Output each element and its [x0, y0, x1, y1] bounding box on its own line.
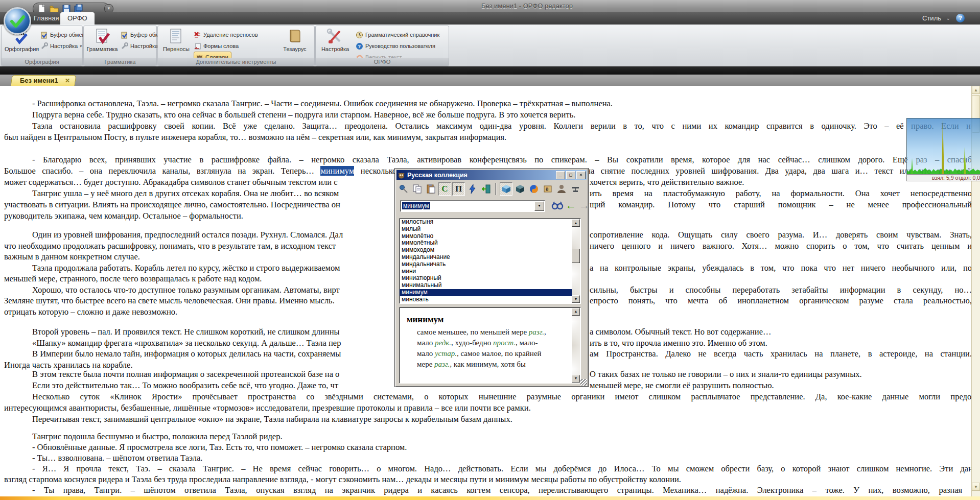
line-right-fragment: а на контрольные экраны, убеждалась в то…	[590, 263, 971, 273]
scroll-down-icon[interactable]: ▼	[972, 483, 980, 491]
scroll-up-icon[interactable]: ▲	[572, 308, 580, 316]
scroll-up-icon[interactable]: ▲	[572, 219, 580, 227]
document-tab-label: Без имени1	[20, 76, 58, 86]
definition-headword: минимум	[407, 315, 571, 325]
help-icon: ?	[356, 42, 363, 50]
traffic-stats: взял: 5,9 отдал: 0,0	[906, 174, 980, 181]
document-tab[interactable]: Без имени1 ✕	[11, 75, 77, 86]
document-line: Подруга верна себе. Трудно сказать, кто …	[4, 110, 971, 121]
list-scrollbar[interactable]: ▲ ▼	[572, 219, 580, 303]
chevron-down-icon[interactable]: ⌄	[946, 15, 950, 21]
line-right-fragment: сильны, быстры и способны переработать з…	[590, 285, 971, 295]
binoculars-icon[interactable]	[551, 200, 564, 212]
list-item[interactable]: мимолётный	[400, 240, 572, 247]
list-item[interactable]: минимум	[400, 289, 572, 296]
scrollbar-thumb[interactable]	[572, 249, 580, 263]
tab-orfo[interactable]: ОРФО	[60, 12, 95, 25]
combo-dropdown-icon[interactable]: ▼	[534, 201, 544, 211]
list-item[interactable]: милостыня	[400, 219, 572, 226]
list-item[interactable]: миндальничание	[400, 254, 572, 261]
reference-icon	[356, 31, 363, 39]
grammar-settings-button[interactable]: Настройка	[121, 41, 158, 51]
wrench-icon	[40, 42, 48, 50]
grammar-reference-button[interactable]: Грамматический справочник	[356, 30, 439, 39]
spelling-settings-button[interactable]: Настройка ▾	[40, 41, 82, 51]
toolbar-separator	[495, 183, 497, 195]
remove-hyphen-icon	[194, 31, 201, 39]
exit-door-icon[interactable]	[480, 182, 493, 196]
definition-scrollbar[interactable]: ▲ ▼	[572, 308, 580, 383]
dialog-title-bar[interactable]: Русская коллекция _ □ ×	[396, 170, 587, 180]
document-line: Тангрис подошла бесшумно и быстро, полож…	[4, 432, 971, 443]
cube-dark-icon[interactable]	[514, 182, 526, 196]
maximize-button[interactable]: □	[566, 171, 575, 179]
scroll-down-icon[interactable]: ▼	[572, 375, 580, 383]
spectrum-icon	[907, 118, 980, 175]
grammar-button[interactable]: Грамматика	[86, 27, 119, 52]
back-arrow-icon[interactable]: ←	[566, 199, 576, 211]
paste-icon[interactable]	[425, 182, 437, 196]
resize-grip[interactable]	[580, 379, 587, 386]
minimize-button[interactable]: _	[556, 171, 565, 179]
group-caption: Орфография	[2, 58, 82, 66]
svg-text:ё: ё	[546, 186, 549, 192]
list-item[interactable]: мимоходом	[400, 247, 572, 254]
document-line: был найден в Центральном Посту, в пульте…	[4, 132, 971, 144]
hyphenation-button[interactable]: Переносы	[160, 27, 193, 52]
lightning-icon[interactable]	[466, 182, 479, 196]
swirl-icon[interactable]	[527, 182, 540, 196]
dropdown-caret-icon: ▾	[80, 44, 82, 49]
app-orb-button[interactable]	[4, 7, 31, 35]
pin-icon[interactable]	[397, 182, 410, 196]
document-line: Несколько суток «Клинок Ярости» прочёсыв…	[4, 392, 971, 403]
anvil-icon[interactable]	[569, 182, 581, 196]
scroll-down-icon[interactable]: ▼	[572, 295, 580, 303]
group-caption: ОРФО	[316, 58, 449, 66]
line-right-fragment: ить время на пластобумажную работу, на ф…	[590, 188, 971, 199]
russian-collection-dialog: Русская коллекция _ □ × CПё минимум ▼ ← …	[394, 168, 589, 387]
forward-arrow-icon[interactable]: →	[579, 199, 590, 211]
search-combobox[interactable]: минимум ▼	[400, 200, 545, 212]
traffic-monitor-widget[interactable]: взял: 5,9 отдал: 0,0	[906, 118, 980, 180]
accent-book-icon[interactable]: ё	[541, 182, 554, 196]
list-item[interactable]: минимальный	[400, 282, 572, 289]
definition-pane[interactable]: минимум самое меньшее, по меньшей мере р…	[399, 307, 581, 384]
frame-strip	[0, 66, 980, 75]
cube-light-icon[interactable]	[500, 182, 512, 196]
thesaurus-button[interactable]: Тезаурус	[278, 27, 311, 52]
list-item[interactable]: миниатюрный	[400, 275, 572, 282]
highlighted-word: минимум	[320, 166, 354, 176]
word-list[interactable]: милостынямилыймимолётномимолётныймимоход…	[399, 218, 581, 304]
person-icon[interactable]	[555, 182, 568, 196]
help-button[interactable]: ?	[956, 14, 965, 22]
list-item[interactable]: милый	[400, 226, 572, 233]
style-menu[interactable]: Стиль	[922, 14, 941, 22]
user-guide-button[interactable]: ? Руководство пользователя	[356, 41, 435, 51]
usage-tag: прост.	[493, 339, 516, 347]
definition-body: самое меньшее, по меньшей мере разг., ма…	[417, 327, 551, 370]
dialog-close-button[interactable]: ×	[576, 171, 586, 179]
list-item[interactable]: мимолётно	[400, 233, 572, 240]
clipboard-check-icon	[121, 31, 128, 39]
search-input[interactable]: минимум	[402, 202, 430, 209]
word-forms-button[interactable]: Формы слова	[194, 41, 239, 51]
list-item[interactable]: мини	[400, 268, 572, 275]
paradigm-p-icon[interactable]: П	[452, 182, 465, 196]
list-item[interactable]: миндальничать	[400, 261, 572, 268]
line-right-fragment: а символом. Обычный текст. Но вот содерж…	[590, 327, 771, 337]
remove-hyphens-button[interactable]: Удаление переносов	[194, 30, 258, 39]
definition-text: , худо-бедно	[451, 339, 493, 347]
copy-icon[interactable]	[411, 182, 424, 196]
document-tab-bar: Без имени1 ✕	[0, 75, 980, 86]
list-item[interactable]: миновать	[400, 296, 572, 303]
ribbon: ABC Орфография Буфер обмена Настройка ▾ …	[0, 25, 980, 67]
orfo-settings-button[interactable]: Настройка	[319, 27, 352, 52]
close-icon[interactable]: ✕	[65, 76, 70, 86]
spelling-clipboard-button[interactable]: Буфер обмена	[40, 30, 88, 39]
scroll-up-icon[interactable]: ▲	[972, 86, 980, 94]
document-line: - Расшифровка остановлена, Таэла. – негр…	[4, 99, 971, 110]
svg-text:?: ?	[358, 44, 361, 49]
line-right-fragment: меньшей мере, не смогли её разрушить пол…	[590, 380, 774, 391]
synonyms-c-icon[interactable]: C	[438, 182, 451, 196]
document-line: интересующимся авантюристы, безбашенные,…	[4, 403, 971, 414]
